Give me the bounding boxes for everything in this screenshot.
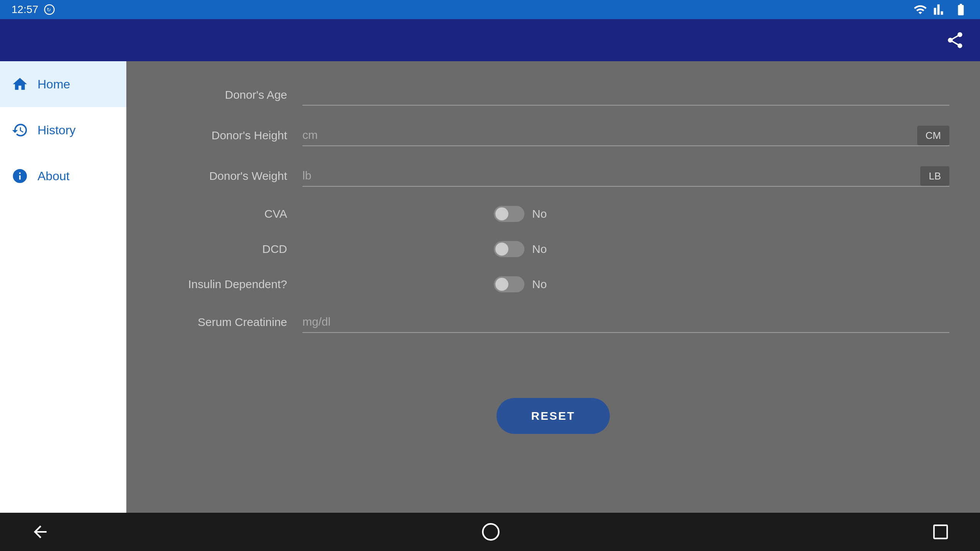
circle-icon — [481, 522, 500, 541]
history-icon — [11, 122, 28, 139]
sidebar-item-history[interactable]: History — [0, 107, 126, 153]
cva-toggle[interactable] — [494, 206, 524, 222]
battery-icon — [953, 3, 969, 16]
share-icon[interactable] — [946, 31, 965, 50]
dcd-toggle-area: No — [494, 241, 547, 257]
donor-height-label: Donor's Height — [157, 129, 302, 142]
sidebar: Home History About — [0, 61, 126, 513]
donor-age-label: Donor's Age — [157, 88, 302, 101]
cva-row: CVA No — [157, 206, 949, 222]
home-button[interactable] — [481, 522, 500, 541]
dcd-toggle[interactable] — [494, 241, 524, 257]
donor-age-row: Donor's Age — [157, 84, 949, 106]
insulin-row: Insulin Dependent? No — [157, 276, 949, 292]
signal-icon — [933, 3, 947, 16]
wifi-icon — [913, 3, 927, 16]
time-display: 12:57 — [11, 3, 38, 16]
info-icon — [11, 168, 28, 184]
sidebar-item-home[interactable]: Home — [0, 61, 126, 107]
svg-point-2 — [483, 524, 499, 540]
sidebar-home-label: Home — [38, 77, 70, 91]
serum-creatinine-label: Serum Creatinine — [157, 316, 302, 329]
dcd-label: DCD — [157, 243, 302, 256]
insulin-label: Insulin Dependent? — [157, 278, 302, 291]
donor-weight-row: Donor's Weight LB — [157, 165, 949, 187]
dcd-value: No — [532, 243, 547, 256]
donor-height-row: Donor's Height CM — [157, 125, 949, 146]
recents-button[interactable] — [932, 523, 949, 541]
status-icons — [913, 3, 969, 16]
content-area: Donor's Age Donor's Height CM Donor's We… — [126, 61, 980, 513]
insulin-value: No — [532, 278, 547, 291]
reset-button[interactable]: RESET — [497, 398, 609, 434]
back-button[interactable] — [31, 522, 50, 541]
insulin-toggle[interactable] — [494, 276, 524, 292]
back-icon — [31, 522, 50, 541]
weight-unit-button[interactable]: LB — [920, 166, 949, 186]
cva-toggle-area: No — [494, 206, 547, 222]
sidebar-item-about[interactable]: About — [0, 153, 126, 199]
app-bar-icons — [946, 31, 965, 50]
donor-height-input-wrapper: CM — [302, 125, 949, 146]
serum-creatinine-row: Serum Creatinine — [157, 311, 949, 333]
donor-weight-input-wrapper: LB — [302, 165, 949, 187]
serum-creatinine-input[interactable] — [302, 311, 949, 333]
donor-weight-input[interactable] — [302, 165, 949, 187]
sidebar-about-label: About — [38, 169, 70, 183]
app-bar — [0, 19, 980, 61]
square-icon — [932, 523, 949, 541]
sidebar-history-label: History — [38, 123, 76, 137]
donor-height-input[interactable] — [302, 125, 949, 146]
cva-label: CVA — [157, 207, 302, 220]
reset-container: RESET — [157, 398, 949, 434]
main-area: Home History About Donor's Age Dono — [0, 61, 980, 513]
home-icon — [11, 76, 28, 93]
status-bar: 12:57 ↻ — [0, 0, 980, 19]
donor-age-input[interactable] — [302, 84, 949, 106]
svg-text:↻: ↻ — [47, 7, 51, 13]
height-unit-button[interactable]: CM — [917, 126, 949, 145]
bottom-nav-bar — [0, 513, 980, 551]
cva-value: No — [532, 207, 547, 220]
svg-rect-3 — [934, 525, 947, 539]
dcd-row: DCD No — [157, 241, 949, 257]
donor-age-input-wrapper — [302, 84, 949, 106]
donor-weight-label: Donor's Weight — [157, 170, 302, 183]
status-time: 12:57 ↻ — [11, 3, 55, 16]
insulin-toggle-area: No — [494, 276, 547, 292]
sync-icon: ↻ — [44, 4, 55, 15]
